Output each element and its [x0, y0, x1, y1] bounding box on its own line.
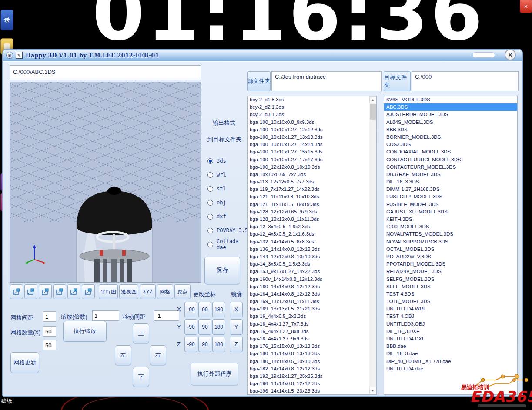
file-item[interactable]: bga-100_10x10x1.27_12x12.3ds — [248, 126, 369, 133]
file-item[interactable]: AL84S_MODEL.3DS — [384, 119, 517, 126]
file-item[interactable]: L200_MODEL.3DS — [384, 223, 517, 230]
format-option[interactable]: 3ds — [207, 154, 250, 168]
file-item[interactable]: SELFG_MODEL.3DS — [384, 276, 517, 283]
viewport-mode-button[interactable]: XYZ — [140, 284, 156, 299]
viewport-mode-button[interactable]: 平行图 — [99, 284, 118, 299]
file-item[interactable]: DIP_40_600MIL_X1.778.dae — [384, 358, 517, 365]
file-item[interactable]: bga-160_14x14x0.8_12x12.3ds — [248, 283, 369, 290]
rotate-y-minus90-button[interactable]: -90 — [184, 319, 197, 335]
grid-count-x-input[interactable] — [43, 326, 56, 337]
format-option[interactable]: dxf — [207, 210, 250, 223]
file-item[interactable]: bga-169_13x13x0.8_11x11.3ds — [248, 298, 369, 305]
file-item[interactable]: bga-121_11x11x1.5_19x19.3ds — [248, 201, 369, 208]
scroll-up-button[interactable]: ▲ — [369, 96, 376, 103]
file-item[interactable]: bga-176_15x15x0.8_13x13.3ds — [248, 343, 369, 350]
file-item[interactable]: bga-164_14x14x0.8_12x12.3ds — [248, 290, 369, 298]
source-folder-button[interactable]: 源文件夹 — [247, 71, 271, 91]
file-item[interactable]: PPOTARDH_MODEL.3DS — [384, 260, 517, 268]
rotate-x-90-button[interactable]: 90 — [198, 302, 211, 317]
file-item[interactable]: bga-16_4x4x1.27_7x7.3ds — [248, 320, 369, 328]
grid-count-y-input[interactable] — [43, 340, 56, 350]
titlebar[interactable]: ◉ ✎ Happy 3D V1.01 by T.M.LEE 2012-FEB-0… — [3, 50, 522, 61]
view-preset-button-3[interactable] — [39, 284, 52, 299]
model-path-field[interactable]: C:\000\ABC.3DS — [10, 65, 201, 80]
move-step-input[interactable] — [154, 310, 179, 321]
file-item[interactable]: bga-132_14x14x0.5_8x8.3ds — [248, 238, 369, 246]
file-item[interactable]: bga-153_9x17x1.27_14x22.3ds — [248, 268, 369, 275]
file-item[interactable]: CONTACTEURRCI_MODEL.3DS — [384, 156, 517, 163]
move-left-button[interactable]: 左 — [115, 345, 131, 365]
move-down-button[interactable]: 下 — [133, 367, 149, 387]
file-item[interactable]: bga-100_12x12x0.8_10x10.3ds — [248, 163, 369, 171]
file-item[interactable]: bga-100_10x10x1.27_15x15.3ds — [248, 148, 369, 156]
format-option[interactable]: Collada dae — [207, 237, 250, 251]
grid-update-button[interactable]: 网格更新 — [10, 352, 39, 373]
file-item[interactable]: UNTITLED3.OBJ — [384, 320, 517, 328]
file-item[interactable]: bcy-2_d2.1.3ds — [248, 103, 369, 111]
rotate-y-180-button[interactable]: 180 — [212, 319, 225, 335]
file-item[interactable]: bga-100_10x10x1.27_13x13.3ds — [248, 133, 369, 141]
execute-zoom-button[interactable]: 执行缩放 — [63, 321, 107, 342]
file-item[interactable]: 6V6S_MODEL.3DS — [384, 96, 517, 103]
move-right-button[interactable]: 右 — [150, 345, 166, 365]
view-preset-button-1[interactable] — [10, 284, 23, 299]
file-item[interactable]: DIMM-1.27_2H168.3DS — [384, 186, 517, 193]
file-item[interactable]: bcy-2_d1.5.3ds — [248, 96, 369, 103]
file-item[interactable]: BORNIER_MODEL.3DS — [384, 133, 517, 141]
file-item[interactable]: bga-180_18x18x0.5_10x10.3ds — [248, 358, 369, 365]
rotate-y-90-button[interactable]: 90 — [198, 319, 211, 335]
format-option[interactable]: obj — [207, 196, 250, 210]
file-item[interactable]: CDS2.3DS — [384, 141, 517, 148]
file-item[interactable]: bga-196_14x14x0.8_12x12.3ds — [248, 380, 369, 387]
file-item[interactable]: POTARD2W_V.3DS — [384, 253, 517, 260]
mirror-y-button[interactable]: Y — [230, 319, 243, 335]
view-preset-button-5[interactable] — [67, 284, 80, 299]
file-item[interactable]: SELF_MODEL.3DS — [384, 283, 517, 290]
source-path-field[interactable]: C:\3ds from diptrace — [271, 71, 382, 91]
file-item[interactable]: TEST 4.3DS — [384, 290, 517, 298]
window-menu-button[interactable]: ◉ — [6, 52, 13, 59]
format-option[interactable]: POVRAY 3.5 — [207, 223, 250, 237]
file-item[interactable]: CONTACTEURR_MODEL.3DS — [384, 163, 517, 171]
file-item[interactable]: bga-119_7x17x1.27_14x22.3ds — [248, 186, 369, 193]
wallpaper-shortcut-label[interactable]: 壁纸 — [1, 397, 12, 405]
rotate-z-minus90-button[interactable]: -90 — [184, 337, 197, 352]
file-item[interactable]: bga-128_12x12x0.8_11x11.3ds — [248, 216, 369, 223]
file-item[interactable]: bga-10x10x0.65_7x7.3ds — [248, 171, 369, 178]
file-item[interactable]: bga-100_10x10x1.27_14x14.3ds — [248, 141, 369, 148]
mirror-x-button[interactable]: X — [230, 302, 243, 317]
file-item[interactable]: UNTITLED4.dae — [384, 365, 517, 373]
file-item[interactable]: FUSIBLE_MODEL.3DS — [384, 201, 517, 208]
file-item[interactable]: bga-14_3x5x0.5_1.5x3.3ds — [248, 260, 369, 268]
view-preset-button-6[interactable] — [82, 284, 95, 299]
move-up-button[interactable]: 上 — [133, 323, 149, 343]
target-path-field[interactable]: C:\000 — [412, 71, 519, 91]
file-item[interactable]: bga-100_10x10x1.27_17x17.3ds — [248, 156, 369, 163]
file-item[interactable]: BBB.3DS — [384, 126, 517, 133]
file-item[interactable]: bga-160v_14x14x0.8_12x12.3ds — [248, 276, 369, 283]
mirror-z-button[interactable]: Z — [230, 337, 243, 352]
file-item[interactable]: bga-128_12x12x0.65_9x9.3ds — [248, 208, 369, 216]
rotate-x-minus90-button[interactable]: -90 — [184, 302, 197, 317]
run-external-program-button[interactable]: 执行外部程序 — [191, 363, 238, 385]
screen-close-button[interactable]: ✕ — [520, 0, 532, 13]
file-item[interactable]: bcy-2_d3.1.3ds — [248, 111, 369, 118]
file-item[interactable]: bga-169_13x13x1.5_21x21.3ds — [248, 305, 369, 313]
file-item[interactable]: bga-136_14x14x0.8_12x12.3ds — [248, 246, 369, 253]
3d-viewport[interactable] — [10, 82, 201, 283]
sidebar-icon-record[interactable]: 录 — [0, 10, 13, 30]
viewport-mode-button[interactable]: 透视图 — [119, 284, 138, 299]
viewport-mode-button[interactable]: 网格 — [157, 284, 173, 299]
file-item[interactable]: bga-16_4x4x1.27_8x8.3ds — [248, 328, 369, 335]
file-item[interactable]: GAJUST_XH_MODEL.3DS — [384, 208, 517, 216]
file-item[interactable]: TO18_MODEL.3DS — [384, 298, 517, 305]
target-file-list[interactable]: 6V6S_MODEL.3DSABC.3DSAJUSTHRDH_MODEL.3DS… — [384, 96, 518, 395]
source-file-list[interactable]: ▲ ▼ bcy-2_d1.5.3dsbcy-2_d2.1.3dsbcy-2_d3… — [247, 96, 377, 395]
file-item[interactable]: FUSECLIP_MODEL.3DS — [384, 193, 517, 200]
file-item[interactable]: bga-16_4x4x1.27_9x9.3ds — [248, 335, 369, 343]
file-item[interactable]: DIL_16_3.3DS — [384, 178, 517, 186]
file-item[interactable]: DIL_16_3.DXF — [384, 328, 517, 335]
rotate-z-180-button[interactable]: 180 — [212, 337, 225, 352]
file-item[interactable]: CONDOAXIAL_MODEL.3DS — [384, 148, 517, 156]
target-folder-button[interactable]: 目标文件夹 — [384, 71, 411, 91]
